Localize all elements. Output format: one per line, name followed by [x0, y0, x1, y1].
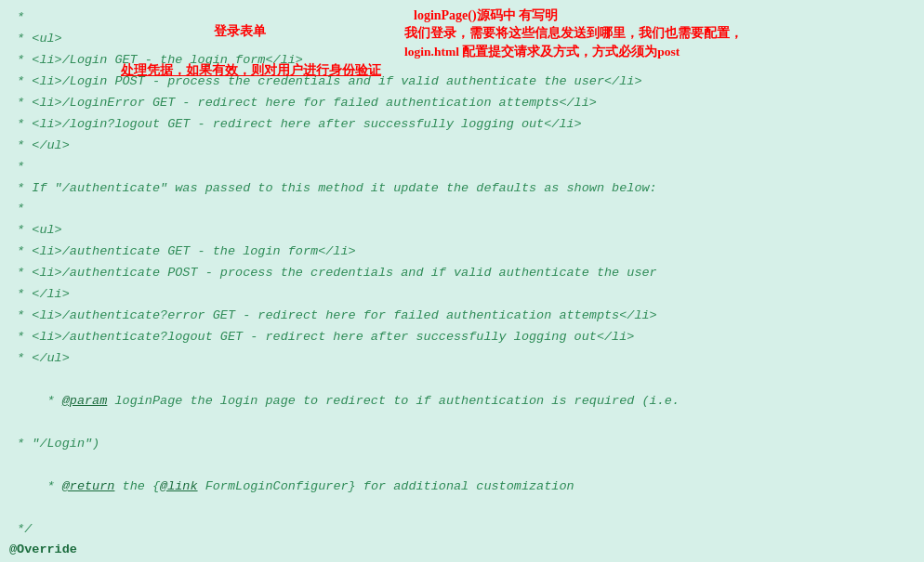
code-line-2: * <ul> — [9, 29, 915, 50]
code-line-13: * <li>/authenticate POST - process the c… — [9, 263, 915, 284]
code-line-16: * <li>/authenticate?logout GET - redirec… — [9, 327, 915, 348]
code-line-1: * — [9, 7, 915, 29]
code-line-12: * <li>/authenticate GET - the login form… — [9, 242, 915, 263]
code-line-20: * @return the {@link FormLoginConfigurer… — [9, 455, 915, 519]
code-line-4: * <li>/Login POST - process the credenti… — [9, 72, 915, 93]
code-line-11: * <ul> — [9, 220, 915, 242]
code-line-17: * </ul> — [9, 348, 915, 370]
code-line-5: * <li>/LoginError GET - redirect here fo… — [9, 93, 915, 114]
code-line-10: * — [9, 199, 915, 220]
code-line-3: * <li>/Login GET - the login form</li> — [9, 50, 915, 72]
code-line-7: * </ul> — [9, 136, 915, 157]
code-line-19: * "/Login") — [9, 434, 915, 455]
code-line-6: * <li>/login?logout GET - redirect here … — [9, 114, 915, 136]
code-line-14: * </li> — [9, 284, 915, 306]
code-editor: 登录表单 loginPage()源码中 有写明 我们登录，需要将这些信息发送到哪… — [0, 0, 924, 562]
code-line-18: * @param loginPage the login page to red… — [9, 370, 915, 434]
code-line-22: @Override — [9, 540, 915, 561]
code-line-8: * — [9, 157, 915, 178]
code-line-21: */ — [9, 519, 915, 541]
code-line-9: * If "/authenticate" was passed to this … — [9, 178, 915, 200]
code-line-15: * <li>/authenticate?error GET - redirect… — [9, 306, 915, 327]
